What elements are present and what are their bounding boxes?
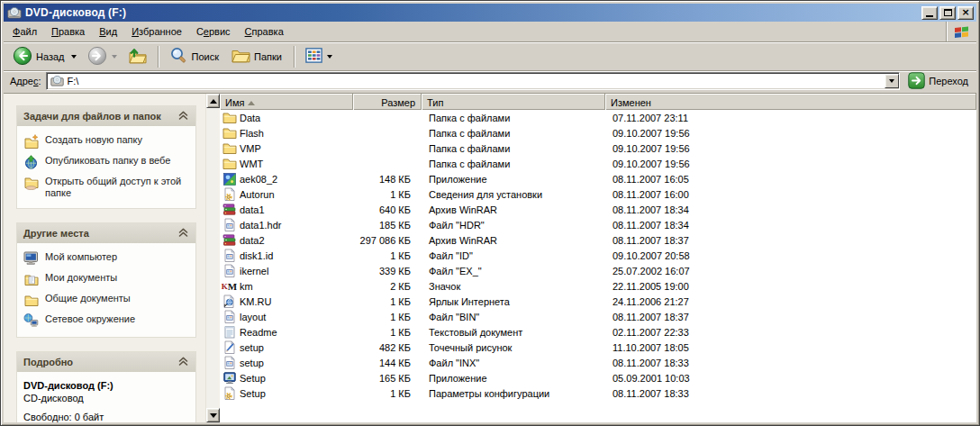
task-item-label: Создать новую папку	[45, 134, 142, 146]
views-button[interactable]	[301, 44, 337, 69]
table-row[interactable]: setup144 КБФайл "INX"08.11.2007 18:33	[220, 355, 976, 370]
details-volume-name: DVD-дисковод (F:)	[23, 380, 190, 391]
file-name-cell[interactable]: data2	[220, 233, 353, 248]
file-type: Ярлык Интернета	[422, 296, 605, 307]
column-header[interactable]: Изменен	[605, 94, 976, 110]
file-size: 144 КБ	[353, 358, 422, 368]
table-row[interactable]: WMTПапка с файлами09.10.2007 19:56	[220, 156, 976, 171]
scrollbar-track[interactable]	[206, 108, 220, 408]
address-value[interactable]: F:\	[65, 76, 885, 86]
table-row[interactable]: ikernel339 КБФайл "EX_"25.07.2002 16:07	[220, 263, 976, 278]
panel-header[interactable]: Подробно	[17, 352, 195, 372]
up-button[interactable]	[123, 44, 152, 69]
file-name-cell[interactable]: setup	[220, 356, 353, 370]
file-name-cell[interactable]: data1	[220, 203, 353, 217]
chevron-up-icon[interactable]	[177, 357, 189, 367]
menu-item[interactable]: Вид	[92, 23, 124, 40]
file-name-cell[interactable]: KM.RU	[220, 295, 353, 309]
file-name-cell[interactable]: Autorun	[220, 187, 353, 202]
table-row[interactable]: Autorun1 КБСведения для установки08.11.2…	[220, 186, 976, 202]
task-item[interactable]: Создать новую папку	[23, 134, 190, 149]
table-row[interactable]: KMkm2 КБЗначок22.11.2005 19:00	[220, 278, 976, 294]
task-item[interactable]: Опубликовать папку в вебе	[23, 155, 190, 169]
panel-header[interactable]: Задачи для файлов и папок	[17, 106, 195, 126]
file-name-cell[interactable]: layout	[220, 310, 353, 324]
address-label: Адрес:	[10, 76, 41, 86]
file-name-cell[interactable]: ikernel	[220, 264, 353, 278]
table-row[interactable]: layout1 КБФайл "BIN"08.11.2007 18:37	[220, 309, 976, 324]
scroll-down-button[interactable]	[206, 408, 220, 422]
maximize-button[interactable]	[939, 6, 956, 20]
task-item[interactable]: Общие документы	[23, 293, 190, 307]
task-item[interactable]: Сетевое окружение	[23, 313, 190, 328]
file-name-cell[interactable]: setup	[220, 340, 353, 355]
file-name-cell[interactable]: aek08_2	[220, 172, 353, 186]
search-button[interactable]: Поиск	[165, 44, 225, 69]
task-item[interactable]: Открыть общий доступ к этой папке	[23, 176, 190, 199]
file-name-cell[interactable]: Readme	[220, 325, 353, 340]
panel-header[interactable]: Другие места	[17, 223, 195, 243]
address-field[interactable]: F:\	[46, 72, 901, 90]
scroll-up-button[interactable]	[206, 94, 220, 108]
folders-button[interactable]: Папки	[227, 44, 288, 69]
file-name-cell[interactable]: Setup	[220, 371, 353, 385]
file-name-cell[interactable]: Flash	[220, 126, 353, 140]
menu-item[interactable]: Правка	[44, 23, 92, 40]
menu-item[interactable]: Файл	[5, 23, 44, 40]
file-size: 1 КБ	[353, 388, 422, 399]
sidebar-scrollbar[interactable]	[205, 94, 220, 422]
table-row[interactable]: Setup165 КБПриложение05.09.2001 10:03	[220, 370, 976, 385]
views-icon	[305, 48, 322, 65]
menu-item[interactable]: Справка	[238, 23, 291, 40]
file-rows: DataПапка с файлами07.11.2007 23:11Flash…	[220, 110, 976, 422]
table-row[interactable]: Readme1 КБТекстовый документ02.11.2007 2…	[220, 324, 976, 340]
back-button[interactable]: Назад	[8, 44, 81, 69]
file-name-cell[interactable]: Setup	[220, 386, 353, 401]
column-header-label: Изменен	[611, 97, 651, 108]
table-row[interactable]: aek08_2148 КБПриложение08.11.2007 16:05	[220, 171, 976, 186]
chevron-up-icon[interactable]	[177, 228, 189, 239]
file-name-cell[interactable]: KMkm	[220, 279, 353, 294]
table-row[interactable]: data1.hdr185 КБФайл "HDR"08.11.2007 18:3…	[220, 217, 976, 232]
file-name-cell[interactable]: Data	[220, 111, 353, 125]
table-row[interactable]: FlashПапка с файлами09.10.2007 19:56	[220, 125, 976, 140]
column-header[interactable]: Размер	[353, 94, 422, 110]
table-row[interactable]: data2297 086 КБАрхив WinRAR08.11.2007 18…	[220, 232, 976, 248]
table-row[interactable]: DataПапка с файлами07.11.2007 23:11	[220, 110, 976, 125]
column-header[interactable]: Тип	[422, 94, 605, 110]
file-name-cell[interactable]: VMP	[220, 141, 353, 156]
views-dropdown-icon	[327, 55, 332, 59]
table-row[interactable]: VMPПапка с файлами09.10.2007 19:56	[220, 140, 976, 156]
task-item[interactable]: Мои документы	[23, 272, 190, 286]
table-row[interactable]: setup482 КБТочечный рисунок11.10.2007 18…	[220, 340, 976, 355]
file-icon	[222, 249, 237, 263]
sort-ascending-icon	[248, 101, 255, 105]
winrar-icon	[222, 203, 237, 217]
toolbar: Назад Поиск Папки	[4, 42, 976, 71]
task-item[interactable]: Мой компьютер	[23, 251, 190, 266]
menu-item[interactable]: Избранное	[124, 23, 189, 40]
go-button[interactable]: Переход	[904, 71, 972, 92]
file-modified: 08.11.2007 16:00	[605, 189, 976, 200]
file-name-cell[interactable]: WMT	[220, 157, 353, 171]
application-icon	[222, 172, 237, 186]
chevron-up-icon[interactable]	[177, 111, 189, 122]
column-header[interactable]: Имя	[220, 94, 353, 110]
table-row[interactable]: Setup1 КБПараметры конфигурации08.11.200…	[220, 385, 976, 401]
address-dropdown-button[interactable]	[885, 74, 899, 88]
menu-item[interactable]: Сервис	[189, 23, 238, 40]
table-row[interactable]: KM.RU1 КБЯрлык Интернета24.11.2006 21:27	[220, 294, 976, 309]
minimize-button[interactable]	[921, 6, 938, 20]
forward-icon	[87, 46, 107, 68]
search-icon	[169, 46, 188, 67]
file-type: Папка с файлами	[422, 113, 605, 123]
forward-button[interactable]	[83, 44, 122, 69]
file-name: aek08_2	[240, 174, 277, 185]
close-button[interactable]: ×	[957, 6, 974, 20]
file-size: 148 КБ	[353, 174, 422, 185]
table-row[interactable]: data1640 КБАрхив WinRAR08.11.2007 18:34	[220, 202, 976, 217]
file-name-cell[interactable]: disk1.id	[220, 249, 353, 263]
file-name-cell[interactable]: data1.hdr	[220, 218, 353, 232]
title-bar[interactable]: DVD-дисковод (F:) ×	[4, 4, 976, 22]
table-row[interactable]: disk1.id1 КБФайл "ID"09.10.2007 20:58	[220, 248, 976, 263]
